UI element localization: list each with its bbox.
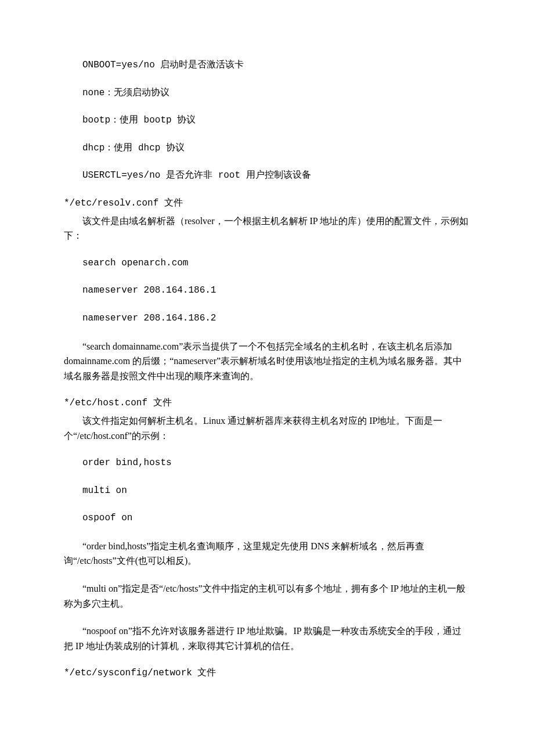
body-text: 该文件是由域名解析器（resolver，一个根据主机名解析 IP 地址的库）使用… [64,214,470,243]
code-line: order bind,hosts [64,456,470,471]
section-heading: */etc/host.conf 文件 [64,396,470,411]
body-text: “multi on”指定是否“/etc/hosts”文件中指定的主机可以有多个地… [64,581,470,611]
code-line: ospoof on [64,511,470,526]
code-line: nameserver 208.164.186.2 [64,311,470,326]
config-line: ONBOOT=yes/no 启动时是否激活该卡 [64,58,470,73]
body-text: 该文件指定如何解析主机名。Linux 通过解析器库来获得主机名对应的 IP地址。… [64,413,470,443]
section-sysconfig-network: */etc/sysconfig/network 文件 [64,666,470,681]
code-line: multi on [64,484,470,499]
config-line: dhcp：使用 dhcp 协议 [64,141,470,156]
config-line: USERCTL=yes/no 是否允许非 root 用户控制该设备 [64,168,470,183]
code-line: nameserver 208.164.186.1 [64,283,470,298]
body-text: “search domainname.com”表示当提供了一个不包括完全域名的主… [64,339,470,384]
body-text: “nospoof on”指不允许对该服务器进行 IP 地址欺骗。IP 欺骗是一种… [64,624,470,653]
section-heading: */etc/sysconfig/network 文件 [64,666,470,681]
section-resolv-conf: */etc/resolv.conf 文件 该文件是由域名解析器（resolver… [64,196,470,383]
config-line: bootp：使用 bootp 协议 [64,113,470,128]
body-text: “order bind,hosts”指定主机名查询顺序，这里规定先使用 DNS … [64,539,470,568]
config-line: none：无须启动协议 [64,86,470,101]
document-page: ONBOOT=yes/no 启动时是否激活该卡 none：无须启动协议 boot… [0,0,534,756]
section-host-conf: */etc/host.conf 文件 该文件指定如何解析主机名。Linux 通过… [64,396,470,653]
code-line: search openarch.com [64,256,470,271]
section-heading: */etc/resolv.conf 文件 [64,196,470,211]
